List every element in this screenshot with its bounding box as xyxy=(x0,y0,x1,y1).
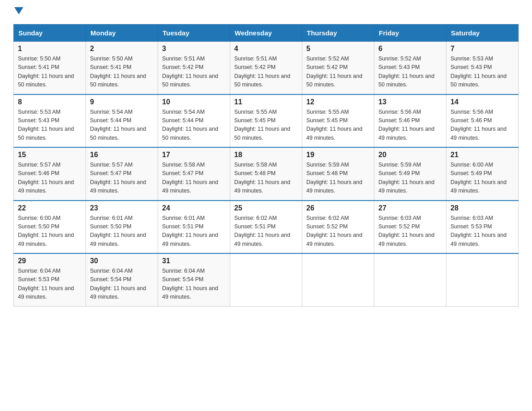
calendar-cell: 10Sunrise: 5:54 AMSunset: 5:44 PMDayligh… xyxy=(158,94,230,148)
calendar-cell: 8Sunrise: 5:53 AMSunset: 5:43 PMDaylight… xyxy=(14,94,86,148)
calendar-cell: 3Sunrise: 5:51 AMSunset: 5:42 PMDaylight… xyxy=(158,42,230,94)
calendar-cell: 21Sunrise: 6:00 AMSunset: 5:49 PMDayligh… xyxy=(446,147,519,201)
week-row-5: 29Sunrise: 6:04 AMSunset: 5:53 PMDayligh… xyxy=(14,253,519,306)
calendar-cell: 13Sunrise: 5:56 AMSunset: 5:46 PMDayligh… xyxy=(374,94,446,148)
day-info: Sunrise: 5:54 AMSunset: 5:44 PMDaylight:… xyxy=(90,108,154,143)
day-number: 30 xyxy=(90,257,154,265)
day-number: 5 xyxy=(306,45,370,53)
day-info: Sunrise: 6:03 AMSunset: 5:52 PMDaylight:… xyxy=(378,214,442,249)
calendar-cell: 14Sunrise: 5:56 AMSunset: 5:46 PMDayligh… xyxy=(446,94,519,148)
day-number: 31 xyxy=(162,257,226,265)
logo-triangle-icon xyxy=(14,7,23,14)
day-info: Sunrise: 6:04 AMSunset: 5:54 PMDaylight:… xyxy=(90,267,154,302)
logo xyxy=(13,9,23,16)
calendar-cell: 25Sunrise: 6:02 AMSunset: 5:51 PMDayligh… xyxy=(230,201,302,254)
calendar-cell: 27Sunrise: 6:03 AMSunset: 5:52 PMDayligh… xyxy=(374,201,446,254)
day-number: 10 xyxy=(162,98,226,106)
day-number: 20 xyxy=(378,151,442,159)
day-number: 15 xyxy=(18,151,82,159)
day-number: 6 xyxy=(378,45,442,53)
day-info: Sunrise: 5:59 AMSunset: 5:48 PMDaylight:… xyxy=(306,161,370,196)
day-info: Sunrise: 6:03 AMSunset: 5:53 PMDaylight:… xyxy=(450,214,514,249)
calendar-cell: 6Sunrise: 5:52 AMSunset: 5:43 PMDaylight… xyxy=(374,42,446,94)
calendar-cell: 22Sunrise: 6:00 AMSunset: 5:50 PMDayligh… xyxy=(14,201,86,254)
day-info: Sunrise: 5:56 AMSunset: 5:46 PMDaylight:… xyxy=(378,108,442,143)
calendar-cell: 29Sunrise: 6:04 AMSunset: 5:53 PMDayligh… xyxy=(14,253,86,306)
day-info: Sunrise: 6:01 AMSunset: 5:51 PMDaylight:… xyxy=(162,214,226,249)
day-info: Sunrise: 6:00 AMSunset: 5:49 PMDaylight:… xyxy=(450,161,514,196)
day-number: 28 xyxy=(450,204,514,212)
calendar-cell: 5Sunrise: 5:52 AMSunset: 5:42 PMDaylight… xyxy=(302,42,374,94)
calendar-cell: 23Sunrise: 6:01 AMSunset: 5:50 PMDayligh… xyxy=(86,201,158,254)
day-number: 24 xyxy=(162,204,226,212)
day-info: Sunrise: 5:55 AMSunset: 5:45 PMDaylight:… xyxy=(306,108,370,143)
day-number: 8 xyxy=(18,98,82,106)
day-info: Sunrise: 5:51 AMSunset: 5:42 PMDaylight:… xyxy=(162,55,226,90)
calendar-cell: 20Sunrise: 5:59 AMSunset: 5:49 PMDayligh… xyxy=(374,147,446,201)
day-number: 14 xyxy=(450,98,514,106)
calendar-cell: 24Sunrise: 6:01 AMSunset: 5:51 PMDayligh… xyxy=(158,201,230,254)
day-number: 12 xyxy=(306,98,370,106)
day-number: 19 xyxy=(306,151,370,159)
calendar-cell: 7Sunrise: 5:53 AMSunset: 5:43 PMDaylight… xyxy=(446,42,519,94)
day-info: Sunrise: 6:02 AMSunset: 5:51 PMDaylight:… xyxy=(234,214,298,249)
page-header xyxy=(13,9,519,16)
day-info: Sunrise: 5:51 AMSunset: 5:42 PMDaylight:… xyxy=(234,55,298,90)
day-info: Sunrise: 5:57 AMSunset: 5:46 PMDaylight:… xyxy=(18,161,82,196)
day-info: Sunrise: 5:53 AMSunset: 5:43 PMDaylight:… xyxy=(18,108,82,143)
day-number: 2 xyxy=(90,45,154,53)
weekday-header-saturday: Saturday xyxy=(446,25,519,42)
calendar-cell: 1Sunrise: 5:50 AMSunset: 5:41 PMDaylight… xyxy=(14,42,86,94)
day-number: 17 xyxy=(162,151,226,159)
calendar-cell: 16Sunrise: 5:57 AMSunset: 5:47 PMDayligh… xyxy=(86,147,158,201)
day-info: Sunrise: 5:59 AMSunset: 5:49 PMDaylight:… xyxy=(378,161,442,196)
calendar-cell: 18Sunrise: 5:58 AMSunset: 5:48 PMDayligh… xyxy=(230,147,302,201)
day-number: 18 xyxy=(234,151,298,159)
weekday-header-sunday: Sunday xyxy=(14,25,86,42)
day-info: Sunrise: 5:53 AMSunset: 5:43 PMDaylight:… xyxy=(450,55,514,90)
week-row-4: 22Sunrise: 6:00 AMSunset: 5:50 PMDayligh… xyxy=(14,201,519,254)
day-info: Sunrise: 6:04 AMSunset: 5:54 PMDaylight:… xyxy=(162,267,226,302)
day-number: 1 xyxy=(18,45,82,53)
day-number: 27 xyxy=(378,204,442,212)
day-info: Sunrise: 5:52 AMSunset: 5:43 PMDaylight:… xyxy=(378,55,442,90)
weekday-header-tuesday: Tuesday xyxy=(158,25,230,42)
calendar-cell: 9Sunrise: 5:54 AMSunset: 5:44 PMDaylight… xyxy=(86,94,158,148)
day-info: Sunrise: 5:50 AMSunset: 5:41 PMDaylight:… xyxy=(18,55,82,90)
day-number: 13 xyxy=(378,98,442,106)
day-number: 22 xyxy=(18,204,82,212)
day-info: Sunrise: 5:52 AMSunset: 5:42 PMDaylight:… xyxy=(306,55,370,90)
calendar-cell xyxy=(374,253,446,306)
week-row-3: 15Sunrise: 5:57 AMSunset: 5:46 PMDayligh… xyxy=(14,147,519,201)
calendar-cell: 2Sunrise: 5:50 AMSunset: 5:41 PMDaylight… xyxy=(86,42,158,94)
day-info: Sunrise: 5:58 AMSunset: 5:48 PMDaylight:… xyxy=(234,161,298,196)
day-info: Sunrise: 6:02 AMSunset: 5:52 PMDaylight:… xyxy=(306,214,370,249)
calendar-cell xyxy=(446,253,519,306)
day-info: Sunrise: 6:04 AMSunset: 5:53 PMDaylight:… xyxy=(18,267,82,302)
day-number: 25 xyxy=(234,204,298,212)
calendar-cell xyxy=(230,253,302,306)
weekday-header-monday: Monday xyxy=(86,25,158,42)
week-row-1: 1Sunrise: 5:50 AMSunset: 5:41 PMDaylight… xyxy=(14,42,519,94)
week-row-2: 8Sunrise: 5:53 AMSunset: 5:43 PMDaylight… xyxy=(14,94,519,148)
day-number: 26 xyxy=(306,204,370,212)
calendar-cell: 30Sunrise: 6:04 AMSunset: 5:54 PMDayligh… xyxy=(86,253,158,306)
calendar-cell: 31Sunrise: 6:04 AMSunset: 5:54 PMDayligh… xyxy=(158,253,230,306)
day-number: 3 xyxy=(162,45,226,53)
day-info: Sunrise: 6:01 AMSunset: 5:50 PMDaylight:… xyxy=(90,214,154,249)
calendar-cell: 15Sunrise: 5:57 AMSunset: 5:46 PMDayligh… xyxy=(14,147,86,201)
calendar-cell: 19Sunrise: 5:59 AMSunset: 5:48 PMDayligh… xyxy=(302,147,374,201)
day-info: Sunrise: 5:56 AMSunset: 5:46 PMDaylight:… xyxy=(450,108,514,143)
weekday-header-wednesday: Wednesday xyxy=(230,25,302,42)
weekday-header-row: SundayMondayTuesdayWednesdayThursdayFrid… xyxy=(14,25,519,42)
calendar-cell: 4Sunrise: 5:51 AMSunset: 5:42 PMDaylight… xyxy=(230,42,302,94)
day-number: 11 xyxy=(234,98,298,106)
calendar-cell: 17Sunrise: 5:58 AMSunset: 5:47 PMDayligh… xyxy=(158,147,230,201)
day-number: 23 xyxy=(90,204,154,212)
calendar-cell: 26Sunrise: 6:02 AMSunset: 5:52 PMDayligh… xyxy=(302,201,374,254)
day-info: Sunrise: 5:55 AMSunset: 5:45 PMDaylight:… xyxy=(234,108,298,143)
day-info: Sunrise: 5:50 AMSunset: 5:41 PMDaylight:… xyxy=(90,55,154,90)
day-info: Sunrise: 6:00 AMSunset: 5:50 PMDaylight:… xyxy=(18,214,82,249)
day-info: Sunrise: 5:57 AMSunset: 5:47 PMDaylight:… xyxy=(90,161,154,196)
calendar-cell: 28Sunrise: 6:03 AMSunset: 5:53 PMDayligh… xyxy=(446,201,519,254)
